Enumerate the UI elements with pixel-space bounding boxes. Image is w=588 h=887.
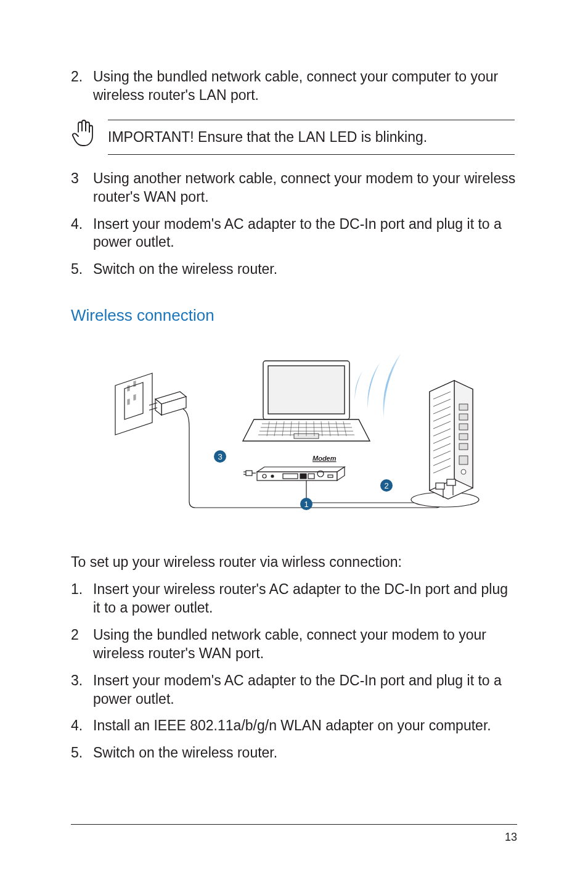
- svg-rect-56: [459, 434, 468, 440]
- power-adapter-icon: [149, 392, 186, 415]
- section-heading-wireless: Wireless connection: [71, 306, 517, 325]
- step-number: 5.: [71, 260, 93, 279]
- step-number: 3: [71, 170, 93, 207]
- step-text: Using another network cable, connect you…: [93, 170, 517, 207]
- diagram-callout-3: 3: [214, 450, 226, 463]
- step-text: Insert your modem's AC adapter to the DC…: [93, 215, 517, 252]
- laptop-icon: [243, 361, 370, 441]
- svg-rect-61: [447, 479, 455, 485]
- router-icon: [411, 381, 479, 507]
- page-number: 13: [505, 831, 517, 843]
- svg-text:1: 1: [304, 500, 308, 509]
- svg-text:2: 2: [384, 481, 388, 490]
- wireless-intro: To set up your wireless router via wirle…: [71, 553, 517, 572]
- step-text: Insert your modem's AC adapter to the DC…: [93, 672, 517, 709]
- step-number: 4.: [71, 215, 93, 252]
- svg-rect-58: [459, 456, 468, 464]
- svg-rect-57: [459, 444, 468, 450]
- hand-icon: [71, 118, 108, 151]
- step-5-mid: 5. Switch on the wireless router.: [71, 260, 517, 279]
- page-footer: 13: [71, 824, 517, 844]
- svg-rect-31: [300, 474, 306, 479]
- svg-rect-55: [459, 424, 468, 430]
- step-number: 2.: [71, 68, 93, 105]
- svg-rect-2: [128, 399, 129, 405]
- step-text: Insert your wireless router's AC adapter…: [93, 580, 517, 617]
- step-5-bottom: 5. Switch on the wireless router.: [71, 744, 517, 762]
- svg-text:Modem: Modem: [312, 455, 337, 462]
- step-number: 1.: [71, 580, 93, 617]
- svg-point-59: [461, 469, 466, 474]
- wall-outlet-icon: [115, 373, 152, 435]
- wireless-connection-diagram: 3: [71, 342, 517, 524]
- step-number: 2: [71, 626, 93, 663]
- svg-rect-53: [459, 404, 468, 410]
- callout-text: IMPORTANT! Ensure that the LAN LED is bl…: [108, 120, 515, 155]
- step-text: Using the bundled network cable, connect…: [93, 68, 517, 105]
- svg-point-29: [271, 475, 274, 477]
- step-1-bottom: 1. Insert your wireless router's AC adap…: [71, 580, 517, 617]
- step-text: Switch on the wireless router.: [93, 744, 517, 762]
- modem-icon: Modem: [243, 455, 433, 503]
- svg-rect-60: [436, 483, 444, 489]
- step-number: 3.: [71, 672, 93, 709]
- step-number: 4.: [71, 717, 93, 735]
- step-2-top: 2. Using the bundled network cable, conn…: [71, 68, 517, 105]
- diagram-callout-1: 1: [300, 498, 312, 510]
- step-4-mid: 4. Insert your modem's AC adapter to the…: [71, 215, 517, 252]
- step-2-bottom: 2 Using the bundled network cable, conne…: [71, 626, 517, 663]
- svg-rect-9: [268, 366, 345, 414]
- step-text: Install an IEEE 802.11a/b/g/n WLAN adapt…: [93, 717, 517, 735]
- svg-rect-1: [134, 381, 136, 387]
- svg-rect-54: [459, 414, 468, 420]
- step-4-bottom: 4. Install an IEEE 802.11a/b/g/n WLAN ad…: [71, 717, 517, 735]
- step-3-bottom: 3. Insert your modem's AC adapter to the…: [71, 672, 517, 709]
- step-text: Switch on the wireless router.: [93, 260, 517, 279]
- diagram-callout-2: 2: [380, 479, 393, 492]
- step-number: 5.: [71, 744, 93, 762]
- svg-rect-34: [246, 471, 252, 476]
- svg-rect-27: [257, 472, 337, 481]
- important-callout: IMPORTANT! Ensure that the LAN LED is bl…: [71, 120, 517, 155]
- wifi-signal-icon: [353, 351, 401, 418]
- svg-rect-3: [134, 395, 136, 400]
- step-text: Using the bundled network cable, connect…: [93, 626, 517, 663]
- step-3-mid: 3 Using another network cable, connect y…: [71, 170, 517, 207]
- svg-rect-0: [128, 386, 129, 391]
- svg-text:3: 3: [218, 452, 222, 461]
